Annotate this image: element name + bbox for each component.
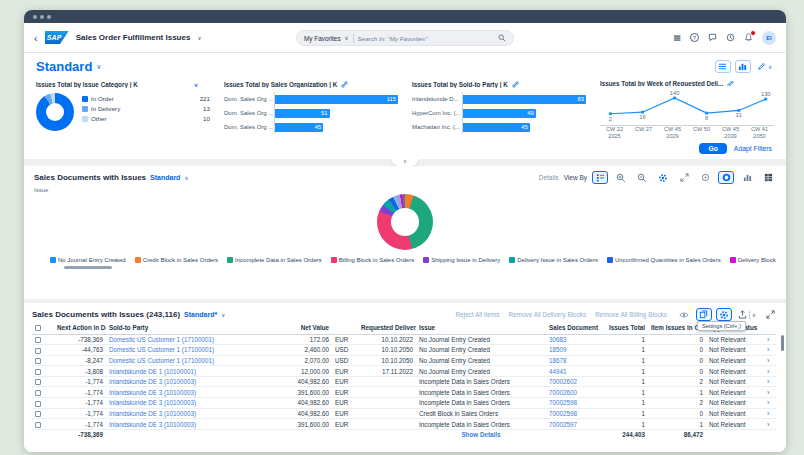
bar[interactable]: 45	[463, 123, 530, 132]
row-checkbox[interactable]	[35, 411, 41, 417]
back-button[interactable]: ‹	[34, 33, 38, 43]
chevron-down-icon[interactable]: ∨	[345, 35, 349, 41]
view-switch-chart-button[interactable]	[735, 60, 751, 73]
table-row[interactable]: -1,774Inlandskunde DE 3 (10100003)404,98…	[32, 376, 776, 387]
link-icon[interactable]	[727, 81, 734, 86]
cell-link-sold_to[interactable]: Inlandskunde DE 3 (10100003)	[109, 410, 196, 417]
bar-chart-row[interactable]: Dom. Sales Org ...51	[224, 106, 398, 120]
chevron-down-icon[interactable]: ∨	[768, 64, 772, 70]
bar[interactable]: 45	[275, 123, 323, 132]
page-title[interactable]: Standard	[36, 59, 92, 74]
kpi-card-issue-category[interactable]: Issues Total by Issue Category | K ∨ In …	[36, 81, 210, 140]
column-header-next_action[interactable]: Next Action in Days	[54, 322, 106, 334]
reject-all-items-button[interactable]: Reject All Items	[455, 311, 499, 318]
row-checkbox[interactable]	[35, 358, 41, 364]
show-details-eye-icon[interactable]	[676, 308, 692, 321]
search-icon[interactable]	[498, 34, 506, 42]
app-title[interactable]: Sales Order Fulfillment Issues	[76, 33, 191, 42]
row-navigation-chevron-icon[interactable]: ›	[767, 421, 769, 428]
chevron-down-icon[interactable]: ∨	[194, 82, 198, 88]
scrollbar-thumb[interactable]	[64, 266, 112, 269]
cell-link-sales_doc[interactable]: 30683	[549, 336, 567, 343]
bar-chart-row[interactable]: Inlandskunde D...83	[412, 92, 586, 106]
table-variant-select[interactable]: Standard*	[184, 311, 217, 318]
show-details-link[interactable]: Show Details	[461, 431, 500, 438]
edit-variant-button[interactable]: ∨	[755, 60, 774, 73]
drilldown-icon[interactable]	[697, 171, 713, 184]
column-header-issues_total[interactable]: Issues Total	[604, 322, 648, 334]
cell-link-sales_doc[interactable]: 18678	[549, 357, 567, 364]
table-row[interactable]: -44,763Domestic US Customer 1 (17100001)…	[32, 345, 776, 356]
table-row[interactable]: -1,774Inlandskunde DE 3 (10100003)391,60…	[32, 387, 776, 398]
search-bar[interactable]: My Favorites ∨ Search In: "My Favorites"	[296, 30, 514, 46]
search-scope-select[interactable]: My Favorites	[304, 35, 341, 42]
legend-item[interactable]: Delivery Issue in Sales Orders	[509, 257, 598, 263]
table-row[interactable]: -8,247Domestic US Customer 1 (17100001)2…	[32, 355, 776, 366]
window-dot[interactable]	[40, 15, 44, 19]
cell-link-sales_doc[interactable]: 18509	[549, 346, 567, 353]
column-header-nav[interactable]	[764, 322, 776, 334]
cell-link-sold_to[interactable]: Inlandskunde DE 3 (10100003)	[109, 378, 196, 385]
cell-link-sold_to[interactable]: Domestic US Customer 1 (17100001)	[109, 346, 214, 353]
collapse-header-button[interactable]: ∧	[392, 159, 418, 166]
export-icon[interactable]: ∨	[736, 308, 758, 321]
details-button[interactable]: Details	[539, 174, 559, 181]
cell-link-sold_to[interactable]: Inlandskunde DE 3 (10100003)	[109, 399, 196, 406]
bar-chart-row[interactable]: Dom. Sales Org ...45	[224, 120, 398, 134]
chart-type-bar-button[interactable]	[739, 171, 755, 184]
link-icon[interactable]	[341, 81, 348, 88]
legend-item[interactable]: No Journal Entry Created	[50, 257, 126, 263]
chart-type-donut-button[interactable]	[718, 171, 734, 184]
cell-link-sold_to[interactable]: Inlandskunde DE 1 (10100001)	[109, 368, 196, 375]
issue-category-donut-chart[interactable]	[36, 93, 74, 131]
legend-horizontal-scrollbar[interactable]	[34, 266, 776, 269]
link-icon[interactable]	[512, 81, 519, 88]
cell-link-sales_doc[interactable]: 70002600	[549, 389, 577, 396]
cell-link-sold_to[interactable]: Domestic US Customer 1 (17100001)	[109, 336, 214, 343]
chart-type-table-button[interactable]	[760, 171, 776, 184]
enter-full-screen-icon[interactable]	[762, 308, 778, 321]
row-checkbox[interactable]	[35, 348, 41, 354]
requested-week-line-chart[interactable]: 216140831130 CW 22CW 27CW 45CW 50CW 45CW…	[600, 90, 774, 140]
view-switch-list-button[interactable]	[715, 60, 731, 73]
cell-link-sales_doc[interactable]: 70002598	[549, 410, 577, 417]
kpi-card-sold-to-party[interactable]: Issues Total by Sold-to Party | K Inland…	[412, 81, 586, 140]
sales-organization-bar-chart[interactable]: Dom. Sales Org ...115Dom. Sales Org ...5…	[224, 92, 398, 140]
table-row[interactable]: -3,808Inlandskunde DE 1 (10100001)12,000…	[32, 366, 776, 377]
column-header-req_deliv[interactable]: Requested Deliver...	[358, 322, 416, 334]
chevron-down-icon[interactable]: ∨	[184, 175, 188, 181]
row-navigation-chevron-icon[interactable]: ›	[767, 410, 769, 417]
bar[interactable]: 49	[463, 109, 536, 118]
row-navigation-chevron-icon[interactable]: ›	[767, 378, 769, 385]
column-header-currency[interactable]	[332, 322, 358, 334]
export-menu-chevron-icon[interactable]: ∨	[752, 312, 756, 318]
legend-item[interactable]: Credit Block in Sales Orders	[135, 257, 218, 263]
chevron-down-icon[interactable]: ∨	[96, 63, 101, 71]
legend-item[interactable]: In Delivery13	[82, 105, 210, 112]
cell-link-sold_to[interactable]: Inlandskunde DE 3 (10100003)	[109, 389, 196, 396]
legend-item[interactable]: Delivery Block in Sales Orders	[730, 257, 776, 263]
bar[interactable]: 51	[275, 109, 330, 118]
activities-clock-icon[interactable]	[726, 33, 735, 42]
legend-item[interactable]: Other10	[82, 115, 210, 122]
column-header-sold_to[interactable]: Sold-to Party	[106, 322, 236, 334]
bar-chart-row[interactable]: HyperCom Inc. (...49	[412, 106, 586, 120]
column-header-issue[interactable]: Issue	[416, 322, 546, 334]
scrollbar-thumb[interactable]	[781, 335, 784, 351]
row-navigation-chevron-icon[interactable]: ›	[767, 368, 769, 375]
table-row[interactable]: -1,774Inlandskunde DE 3 (10100003)391,60…	[32, 419, 776, 430]
search-input[interactable]: Search In: "My Favorites"	[358, 35, 494, 42]
row-checkbox[interactable]	[35, 401, 41, 407]
cell-link-sales_doc[interactable]: 70002598	[549, 399, 577, 406]
column-header-net_value[interactable]: Net Value	[236, 322, 332, 334]
table-row[interactable]: -1,774Inlandskunde DE 3 (10100003)404,98…	[32, 408, 776, 419]
column-header-sales_doc[interactable]: Sales Document	[546, 322, 604, 334]
legend-item[interactable]: Billing Block in Sales Orders	[331, 257, 414, 263]
legend-item[interactable]: Incomplete Data in Sales Orders	[227, 257, 322, 263]
remove-all-billing-blocks-button[interactable]: Remove All Billing Blocks	[595, 311, 667, 318]
row-navigation-chevron-icon[interactable]: ›	[767, 399, 769, 406]
bar-chart-row[interactable]: Dom. Sales Org ...115	[224, 92, 398, 106]
row-checkbox[interactable]	[35, 337, 41, 343]
bar[interactable]: 115	[275, 95, 398, 104]
window-dot[interactable]	[33, 15, 37, 19]
